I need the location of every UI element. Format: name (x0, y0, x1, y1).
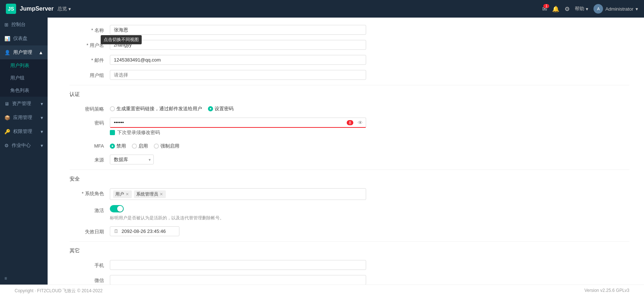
user-arrow-icon: ▾ (636, 6, 638, 12)
checkbox-box-update (110, 130, 115, 135)
checkbox-next-login-update[interactable]: 下次登录须修改密码 (110, 129, 366, 136)
field-mfa: 禁用 启用 强制启用 (110, 141, 366, 149)
label-usergroup: 用户组 (70, 70, 110, 79)
sidebar-sub-user: 用户列表 用户组 角色列表 (0, 59, 48, 97)
field-active: 标明用户是否被认为是活跃的，以及连代替管理删除帐号。 (110, 205, 366, 221)
field-system-role: 用户 ✕ 系统管理员 ✕ (110, 188, 366, 200)
content-area: 点击切换不同视图 * 名称 * 用户名 * 邮件 (48, 18, 644, 285)
notification-icon[interactable]: 🔔 (552, 5, 559, 12)
field-usergroup (110, 70, 366, 80)
toggle-password-icon[interactable]: 👁 (355, 120, 366, 126)
input-username[interactable] (110, 40, 366, 50)
role-list-label: 角色列表 (10, 87, 29, 94)
section-title-auth: 认证 (70, 91, 629, 100)
divider-auth (70, 85, 629, 85)
expire-date-field[interactable]: 🗓 2092-08-26 23:45:46 (110, 226, 179, 236)
input-name[interactable] (110, 25, 366, 35)
sidebar-item-console[interactable]: ⊞ 控制台 (0, 18, 48, 31)
sidebar-item-job-center[interactable]: ⚙ 作业中心 ▾ (0, 138, 48, 152)
radio-generate-link[interactable]: 生成重置密码链接，通过邮件发送给用户 (110, 105, 202, 112)
field-phone (110, 260, 366, 270)
expand-icon: ▲ (38, 50, 43, 55)
sidebar-item-app-mgmt[interactable]: 📦 应用管理 ▾ (0, 111, 48, 125)
active-toggle[interactable] (110, 205, 124, 212)
sidebar-item-user-mgmt[interactable]: 👤 用户管理 ▲ (0, 45, 48, 59)
tag-admin: 系统管理员 ✕ (134, 190, 166, 198)
field-password: 8 👁 下次登录须修改密码 (110, 118, 366, 136)
checkbox-label-update: 下次登录须修改密码 (117, 129, 160, 136)
sidebar: ⊞ 控制台 📊 仪表盘 👤 用户管理 ▲ 用户列表 用户组 角色列表 🖥 资产管… (0, 18, 48, 285)
source-select[interactable]: 数据库 LDAP AD (110, 155, 154, 164)
input-phone[interactable] (110, 260, 366, 270)
tag-user-close[interactable]: ✕ (126, 192, 129, 197)
row-username: * 用户名 (70, 40, 629, 50)
sidebar-item-label: 仪表盘 (13, 35, 27, 42)
nav-arrow-icon: ▾ (68, 6, 71, 12)
collapse-icon: ▾ (41, 101, 43, 107)
radio-mfa-enable-circle (132, 144, 137, 149)
field-password-strategy: 生成重置密码链接，通过邮件发送给用户 设置密码 (110, 104, 366, 112)
user-mgmt-icon: 👤 (4, 50, 10, 55)
radio-mfa-force[interactable]: 强制启用 (154, 143, 179, 149)
mail-icon[interactable]: ✉ 1 (542, 5, 547, 12)
gear-icon[interactable]: ⚙ (565, 5, 570, 12)
row-wechat: 微信 (70, 275, 629, 285)
topbar-right: ✉ 1 🔔 ⚙ 帮助 ▾ A Administrator ▾ (542, 4, 638, 14)
input-email[interactable] (110, 55, 366, 65)
row-source: 来源 数据库 LDAP AD (70, 155, 629, 164)
radio-set-password[interactable]: 设置密码 (208, 105, 234, 112)
label-name: * 名称 (70, 25, 110, 34)
input-usergroup[interactable] (110, 70, 366, 80)
row-mfa: MFA 禁用 启用 强制启用 (70, 141, 629, 149)
sidebar-toggle[interactable]: ≡ (0, 272, 48, 285)
row-password-strategy: 密码策略 生成重置密码链接，通过邮件发送给用户 设置密码 (70, 104, 629, 112)
sidebar-item-label: 作业中心 (12, 142, 31, 149)
input-wechat[interactable] (110, 275, 366, 285)
field-expire: 🗓 2092-08-26 23:45:46 (110, 226, 366, 236)
user-group-label: 用户组 (10, 75, 25, 81)
input-password[interactable] (110, 118, 345, 127)
sidebar-item-user-group[interactable]: 用户组 (0, 72, 48, 84)
label-email: * 邮件 (70, 55, 110, 64)
form-container: * 名称 * 用户名 * 邮件 用户组 (48, 18, 644, 285)
radio-mfa-disable-label: 禁用 (116, 143, 126, 149)
divider-security (70, 170, 629, 170)
radio-mfa-disable[interactable]: 禁用 (110, 143, 126, 149)
collapse-icon: ▾ (41, 143, 43, 148)
nav-overview[interactable]: 总览 ▾ (57, 5, 71, 12)
notification-badge: 1 (543, 4, 549, 8)
sidebar-item-asset-mgmt[interactable]: 🖥 资产管理 ▾ (0, 97, 48, 111)
collapse-icon: ▾ (41, 129, 43, 134)
row-active: 激活 标明用户是否被认为是活跃的，以及连代替管理删除帐号。 (70, 205, 629, 221)
sidebar-item-role-list[interactable]: 角色列表 (0, 84, 48, 97)
row-system-role: * 系统角色 用户 ✕ 系统管理员 ✕ (70, 188, 629, 200)
tag-user-label: 用户 (115, 191, 124, 197)
sidebar-item-label: 权限管理 (13, 128, 32, 135)
user-menu[interactable]: A Administrator ▾ (593, 4, 638, 14)
password-hint-wrapper: 下次登录须修改密码 (110, 129, 366, 136)
radio-mfa-enable[interactable]: 启用 (132, 143, 148, 149)
version: Version v2.25.6 GPLv3 (584, 288, 629, 294)
help-label: 帮助 (575, 5, 584, 12)
section-title-other: 其它 (70, 248, 629, 256)
nav-label: 总览 (57, 5, 67, 12)
sidebar-item-dashboard[interactable]: 📊 仪表盘 (0, 31, 48, 45)
logo-icon: JS (6, 4, 16, 14)
row-name: * 名称 (70, 25, 629, 35)
sidebar-item-perm-mgmt[interactable]: 🔑 权限管理 ▾ (0, 125, 48, 138)
tag-admin-label: 系统管理员 (136, 191, 158, 197)
tag-admin-close[interactable]: ✕ (160, 192, 163, 197)
password-strategy-group: 生成重置密码链接，通过邮件发送给用户 设置密码 (110, 104, 366, 112)
app-mgmt-icon: 📦 (4, 115, 10, 120)
topbar-left: JS JumpServer 总览 ▾ (6, 4, 71, 14)
password-field-wrapper: 8 👁 (110, 118, 366, 128)
field-name (110, 25, 366, 35)
row-phone: 手机 (70, 260, 629, 270)
help-menu[interactable]: 帮助 ▾ (575, 5, 588, 12)
tooltip: 点击切换不同视图 (101, 35, 142, 44)
tag-field-system-role[interactable]: 用户 ✕ 系统管理员 ✕ (110, 188, 366, 200)
row-email: * 邮件 (70, 55, 629, 65)
sidebar-item-user-list[interactable]: 用户列表 (0, 59, 48, 72)
tag-user: 用户 ✕ (113, 190, 132, 198)
username-label: Administrator (605, 6, 633, 12)
